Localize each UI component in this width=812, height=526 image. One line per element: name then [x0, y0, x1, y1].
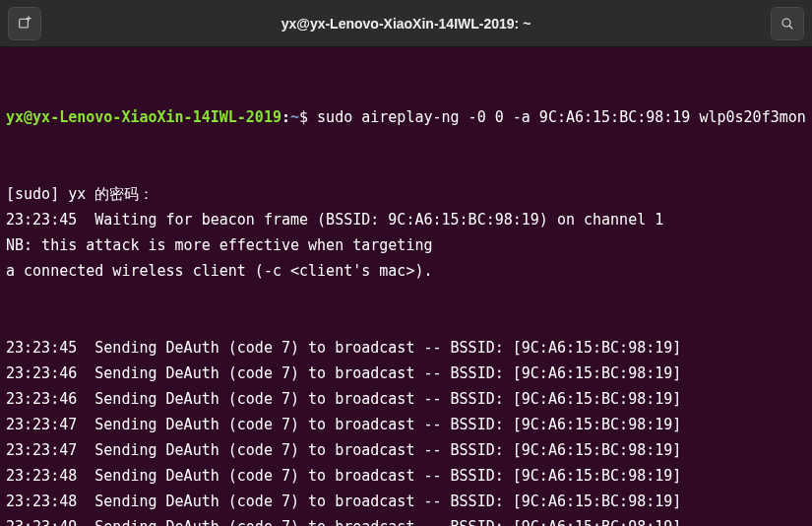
deauth-line: 23:23:45 Sending DeAuth (code 7) to broa…	[6, 335, 806, 361]
output-line: [sudo] yx 的密码：	[6, 181, 806, 207]
titlebar-left	[8, 7, 67, 40]
prompt-user-host: yx@yx-Lenovo-XiaoXin-14IWL-2019	[6, 108, 281, 126]
deauth-line: 23:23:46 Sending DeAuth (code 7) to broa…	[6, 386, 806, 412]
prompt-line: yx@yx-Lenovo-XiaoXin-14IWL-2019:~$ sudo …	[6, 104, 806, 130]
deauth-line: 23:23:47 Sending DeAuth (code 7) to broa…	[6, 437, 806, 463]
output-line: 23:23:45 Waiting for beacon frame (BSSID…	[6, 207, 806, 232]
search-button[interactable]	[771, 7, 804, 40]
command-text: sudo aireplay-ng -0 0 -a 9C:A6:15:BC:98:…	[317, 108, 806, 126]
svg-rect-0	[20, 19, 29, 28]
svg-point-3	[782, 19, 790, 27]
output-line: NB: this attack is more effective when t…	[6, 232, 806, 258]
search-icon	[780, 16, 795, 32]
deauth-line: 23:23:48 Sending DeAuth (code 7) to broa…	[6, 463, 806, 489]
deauth-line: 23:23:46 Sending DeAuth (code 7) to broa…	[6, 361, 806, 386]
prompt-path: ~	[290, 108, 299, 126]
titlebar: yx@yx-Lenovo-XiaoXin-14IWL-2019: ~	[0, 0, 812, 47]
new-tab-button[interactable]	[8, 7, 41, 40]
output-line: a connected wireless client (-c <client'…	[6, 258, 806, 284]
prompt-separator: :	[281, 108, 290, 126]
window-title: yx@yx-Lenovo-XiaoXin-14IWL-2019: ~	[67, 0, 745, 47]
new-tab-icon	[17, 16, 32, 32]
deauth-line: 23:23:49 Sending DeAuth (code 7) to broa…	[6, 514, 806, 526]
deauth-line: 23:23:47 Sending DeAuth (code 7) to broa…	[6, 412, 806, 437]
terminal-body[interactable]: yx@yx-Lenovo-XiaoXin-14IWL-2019:~$ sudo …	[0, 47, 812, 526]
output-block: [sudo] yx 的密码：23:23:45 Waiting for beaco…	[6, 181, 806, 284]
titlebar-right	[745, 7, 804, 40]
deauth-output-block: 23:23:45 Sending DeAuth (code 7) to broa…	[6, 335, 806, 526]
deauth-line: 23:23:48 Sending DeAuth (code 7) to broa…	[6, 489, 806, 514]
svg-line-4	[789, 26, 792, 29]
prompt-sigil: $	[299, 108, 308, 126]
